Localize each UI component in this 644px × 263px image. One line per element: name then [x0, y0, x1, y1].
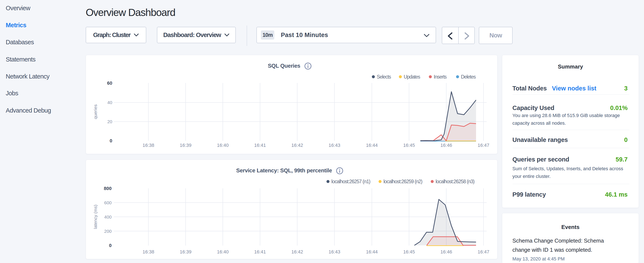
svg-text:Deletes: Deletes — [461, 74, 476, 80]
svg-text:16:45: 16:45 — [403, 143, 415, 148]
svg-text:queries: queries — [93, 105, 98, 119]
svg-text:20: 20 — [107, 119, 112, 124]
svg-text:16:44: 16:44 — [366, 143, 378, 148]
svg-text:localhost:26258 (n3): localhost:26258 (n3) — [436, 179, 474, 184]
svg-text:16:39: 16:39 — [180, 143, 191, 148]
svg-text:16:41: 16:41 — [254, 249, 266, 254]
svg-text:16:46: 16:46 — [440, 249, 452, 254]
svg-text:Selects: Selects — [377, 74, 391, 80]
svg-text:16:44: 16:44 — [366, 249, 378, 254]
svg-text:40: 40 — [107, 100, 112, 105]
svg-text:16:47: 16:47 — [478, 249, 489, 254]
svg-text:200: 200 — [104, 229, 112, 234]
svg-text:0: 0 — [110, 138, 112, 143]
svg-text:16:46: 16:46 — [440, 143, 452, 148]
svg-text:16:43: 16:43 — [328, 249, 340, 254]
svg-text:16:40: 16:40 — [217, 249, 228, 254]
svg-text:16:45: 16:45 — [403, 249, 415, 254]
svg-text:Updates: Updates — [404, 74, 420, 80]
svg-text:400: 400 — [104, 214, 112, 219]
svg-text:0: 0 — [109, 243, 112, 248]
svg-text:localhost:26259 (n2): localhost:26259 (n2) — [384, 179, 422, 184]
svg-text:latency (ms): latency (ms) — [93, 205, 98, 229]
svg-text:16:43: 16:43 — [328, 143, 340, 148]
svg-text:localhost:26257 (n1): localhost:26257 (n1) — [332, 179, 370, 184]
svg-text:16:38: 16:38 — [142, 143, 154, 148]
svg-text:16:47: 16:47 — [478, 143, 489, 148]
svg-text:16:41: 16:41 — [254, 143, 266, 148]
svg-text:16:42: 16:42 — [291, 143, 303, 148]
svg-text:16:40: 16:40 — [217, 143, 228, 148]
svg-text:16:38: 16:38 — [142, 249, 154, 254]
svg-text:16:42: 16:42 — [291, 249, 303, 254]
svg-text:16:39: 16:39 — [180, 249, 191, 254]
svg-text:800: 800 — [104, 186, 112, 191]
svg-text:600: 600 — [104, 200, 112, 205]
svg-text:60: 60 — [107, 80, 112, 86]
svg-text:Inserts: Inserts — [434, 74, 447, 80]
